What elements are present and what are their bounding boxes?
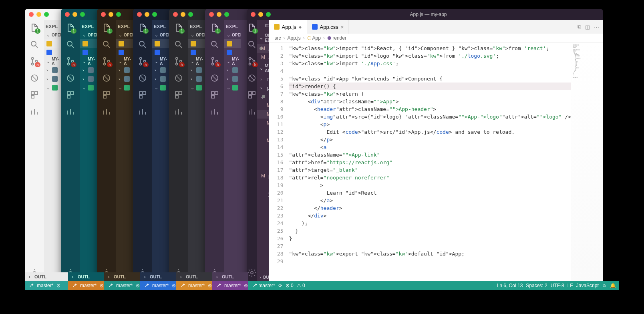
search-icon[interactable] [101,39,112,50]
debug-icon[interactable] [137,73,148,83]
extensions-icon[interactable] [247,90,257,100]
extensions-icon[interactable] [29,90,40,100]
minimize-icon[interactable] [145,12,149,17]
close-icon[interactable] [173,12,178,17]
tab-App-css[interactable]: App.css× [307,20,349,34]
files-icon[interactable]: 1 [29,22,40,33]
close-icon[interactable] [251,12,256,17]
code-line[interactable]: <div "attr">className="">App"> [289,98,572,105]
extensions-icon[interactable] [65,90,76,100]
tree-item[interactable]: ›node_modules [257,74,269,83]
code-line[interactable] [289,258,572,265]
search-icon[interactable] [173,39,184,50]
code-line[interactable]: </header> [289,204,572,212]
source-control-icon[interactable]: 5 [247,56,257,66]
breadcrumb-item[interactable]: App.js [288,35,301,41]
code-line[interactable]: "kw">class="kw">import "id">React, { "id… [289,44,572,52]
minimize-icon[interactable] [109,12,113,17]
code-line[interactable]: "kw">class="kw">import './App.css'; [289,60,572,67]
code-line[interactable]: "kw">class "id">App "kw">extends "id">Co… [289,75,572,83]
close-icon[interactable] [137,12,142,17]
files-icon[interactable]: 1 [65,22,76,33]
open-editor-item[interactable]: App.csssrcM [257,53,269,62]
code-line[interactable]: "kw">class="kw">export "kw">class="kw">d… [289,250,572,258]
tree-item[interactable]: App.cssM [257,101,269,110]
extensions-icon[interactable] [101,90,112,100]
tree-item[interactable]: index.jsM [257,136,269,145]
zoom-icon[interactable] [266,12,271,17]
files-icon[interactable]: 1 [101,22,112,33]
breadcrumb[interactable]: src› App.js›⬡ App›⬢ render [269,34,604,43]
code-line[interactable]: </div> [289,212,572,219]
extensions-icon[interactable] [137,90,148,100]
misc-icon[interactable] [209,107,220,117]
tree-item[interactable]: logo.svg [257,145,269,154]
misc-icon[interactable] [137,107,148,117]
warnings-indicator[interactable]: ⚠ 0 [297,283,305,288]
indent-indicator[interactable]: Spaces: 2 [526,283,547,288]
minimize-icon[interactable] [258,12,263,17]
source-control-icon[interactable]: 5 [209,56,220,66]
close-icon[interactable] [209,12,214,17]
language-indicator[interactable]: JavaScript [576,283,599,288]
errors-indicator[interactable]: ⊗ 0 [286,283,294,288]
code-editor[interactable]: 1234567891011121314151617181920212223242… [269,43,604,281]
tree-item[interactable]: App.jsM [257,110,269,119]
search-icon[interactable] [247,39,257,50]
minimize-icon[interactable] [36,12,41,17]
zoom-icon[interactable] [80,12,85,17]
close-icon[interactable] [65,12,70,17]
misc-icon[interactable] [101,107,112,117]
files-icon[interactable]: 1 [137,22,148,33]
misc-icon[interactable] [29,107,40,117]
code-line[interactable]: "attr">target="_blank" [289,166,572,174]
tree-item[interactable]: serviceWorker.js [257,154,269,163]
source-control-icon[interactable]: 5 [173,56,184,66]
open-editor-item[interactable]: App.jssrcM [257,44,269,53]
code-line[interactable] [289,67,572,75]
eol-indicator[interactable]: LF [568,283,573,288]
zoom-icon[interactable] [224,12,229,17]
code-line[interactable]: <p> [289,121,572,128]
source-control-icon[interactable]: 5 [29,56,40,66]
close-icon[interactable] [101,12,106,17]
tree-item[interactable]: index.css [257,127,269,136]
close-icon[interactable]: × [341,24,344,30]
code-line[interactable]: Edit <code>"attr">src/"id">App.js</code>… [289,128,572,136]
close-icon[interactable] [29,12,34,17]
files-icon[interactable]: 1 [173,22,184,33]
encoding-indicator[interactable]: UTF-8 [551,283,564,288]
source-control-icon[interactable]: 5 [101,56,112,66]
code-line[interactable]: "attr">href="https://reactjs.org" [289,159,572,166]
cursor-position[interactable]: Ln 6, Col 13 [497,283,523,288]
tree-item[interactable]: .gitignore [257,163,269,171]
debug-icon[interactable] [65,73,76,83]
search-icon[interactable] [29,39,40,50]
outline-header[interactable]: › OUTLINE [257,273,269,281]
code-line[interactable]: <img "attr">src={"id">logo} "attr">class… [289,113,572,121]
code-line[interactable]: "kw">class="kw">import "id">logo "kw">cl… [289,52,572,60]
debug-icon[interactable] [101,73,112,83]
code-line[interactable]: "id">render() { [289,83,572,90]
extensions-icon[interactable] [209,90,220,100]
feedback-icon[interactable]: ☺ [602,283,607,288]
debug-icon[interactable] [29,73,40,83]
extensions-icon[interactable] [173,90,184,100]
search-icon[interactable] [65,39,76,50]
search-icon[interactable] [137,39,148,50]
bell-icon[interactable]: 🔔 [610,283,616,288]
tree-item[interactable]: App.test.jsM [257,119,269,127]
debug-icon[interactable] [173,73,184,83]
zoom-icon[interactable] [44,12,49,17]
code-line[interactable]: "kw">class="kw">return ( [289,90,572,98]
code-line[interactable]: > [289,181,572,189]
sync-icon[interactable]: ⟳ [278,283,282,288]
debug-icon[interactable] [209,73,220,83]
debug-icon[interactable] [247,73,257,83]
files-icon[interactable]: 1 [209,22,220,33]
code-line[interactable]: Learn "id">React [289,189,572,197]
search-icon[interactable] [209,39,220,50]
minimap[interactable]: ████ ███ █ █████ ██ ████ █████ ██ ███ ██… [571,43,603,281]
tree-item[interactable]: yarn.lock [257,189,269,198]
code-line[interactable]: } [289,227,572,235]
